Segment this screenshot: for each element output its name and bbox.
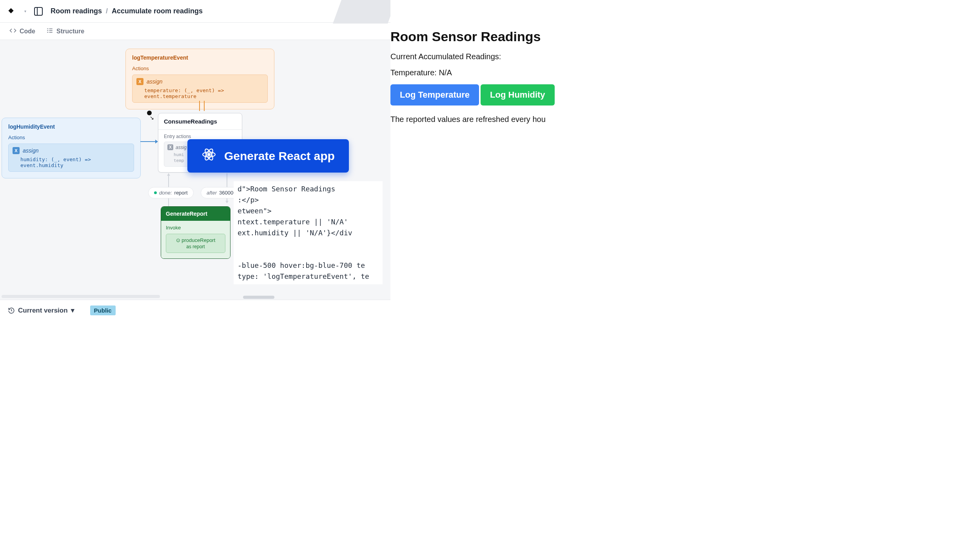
history-icon — [8, 307, 15, 314]
code-icon — [9, 27, 16, 36]
visibility-badge[interactable]: Public — [90, 306, 116, 315]
generate-react-app-button[interactable]: Generate React app — [187, 139, 349, 173]
node-title: logTemperatureEvent — [132, 55, 268, 61]
version-selector[interactable]: Current version ▾ — [8, 306, 74, 315]
transition-done[interactable]: done: report — [148, 187, 194, 198]
done-target: report — [174, 190, 188, 196]
xstate-icon: X — [167, 144, 173, 150]
log-temperature-button[interactable]: Log Temperature — [390, 84, 479, 105]
assign-label: assig — [176, 145, 187, 150]
assign-action[interactable]: X assign humidity: (_, event) => event.h… — [8, 144, 134, 172]
assign-code: humidity: (_, event) => event.humidity — [13, 156, 130, 168]
node-generate-report[interactable]: GenerateReport Invoke ⊙ produceReport as… — [161, 206, 230, 259]
actions-label: Actions — [8, 135, 134, 140]
play-icon: ⊙ — [176, 237, 180, 243]
chevron-down-icon: ▾ — [71, 306, 74, 315]
canvas-horizontal-scrollbar[interactable] — [2, 294, 379, 299]
preview-note: The reported values are refreshed every … — [390, 115, 571, 124]
log-humidity-button[interactable]: Log Humidity — [481, 84, 555, 105]
transition-arrow-icon — [168, 173, 169, 187]
panel-toggle-icon[interactable] — [34, 7, 43, 16]
horizontal-scrollbar[interactable] — [243, 296, 274, 299]
node-log-temperature-event[interactable]: logTemperatureEvent Actions X assign tem… — [125, 49, 274, 109]
breadcrumb-separator: / — [106, 7, 108, 15]
structure-icon — [46, 27, 53, 36]
breadcrumb-page[interactable]: Accumulate room readings — [112, 7, 203, 15]
tab-structure[interactable]: Structure — [46, 27, 84, 36]
entry-actions-label: Entry actions — [164, 134, 236, 139]
version-label: Current version — [18, 307, 68, 315]
invoke-label: Invoke — [166, 225, 225, 231]
preview-temperature: Temperature: N/A — [390, 68, 571, 77]
after-label: after — [207, 190, 217, 196]
node-title: ConsumeReadings — [158, 113, 242, 130]
app-logo[interactable] — [6, 7, 16, 16]
xstate-icon: X — [13, 147, 20, 154]
xstate-icon: X — [136, 78, 143, 85]
code-preview-snippet: d">Room Sensor Readings :</p> etween"> n… — [234, 181, 383, 284]
tab-code[interactable]: Code — [9, 27, 35, 36]
assign-action[interactable]: X assign temperature: (_, event) => even… — [132, 75, 268, 103]
tab-code-label: Code — [20, 28, 35, 35]
transition-arrow-icon — [227, 173, 227, 187]
assign-label: assign — [23, 147, 38, 154]
preview-title: Room Sensor Readings — [390, 29, 571, 44]
invoke-target: produceReport — [181, 237, 215, 243]
transition-arrow-icon — [140, 141, 158, 142]
generate-button-label: Generate React app — [224, 149, 335, 163]
invoke-action[interactable]: ⊙ produceReport as report — [166, 234, 225, 253]
node-log-humidity-event[interactable]: logHumidityEvent Actions X assign humidi… — [2, 118, 141, 178]
breadcrumb: Room readings / Accumulate room readings — [51, 7, 203, 15]
assign-label: assign — [147, 78, 162, 85]
node-title: logHumidityEvent — [8, 124, 134, 130]
actions-label: Actions — [132, 65, 268, 71]
invoke-as: as report — [170, 244, 221, 249]
preview-subtitle: Current Accumulated Readings: — [390, 52, 571, 61]
node-title: GenerateReport — [161, 207, 230, 221]
initial-arrow-icon: ↘ — [150, 115, 154, 121]
tab-structure-label: Structure — [56, 28, 84, 35]
app-preview-panel: Room Sensor Readings Current Accumulated… — [390, 0, 571, 321]
preview-button-row: Log Temperature Log Humidity — [390, 84, 571, 105]
done-dot-icon — [154, 191, 157, 194]
transition-arrow-icon — [198, 101, 207, 113]
svg-point-0 — [208, 153, 210, 156]
done-label: done: — [159, 190, 172, 196]
assign-code: temperature: (_, event) => event.tempera… — [136, 87, 263, 99]
logo-dropdown-icon[interactable]: ▾ — [24, 9, 26, 13]
breadcrumb-project[interactable]: Room readings — [51, 7, 102, 15]
react-icon — [201, 147, 216, 165]
